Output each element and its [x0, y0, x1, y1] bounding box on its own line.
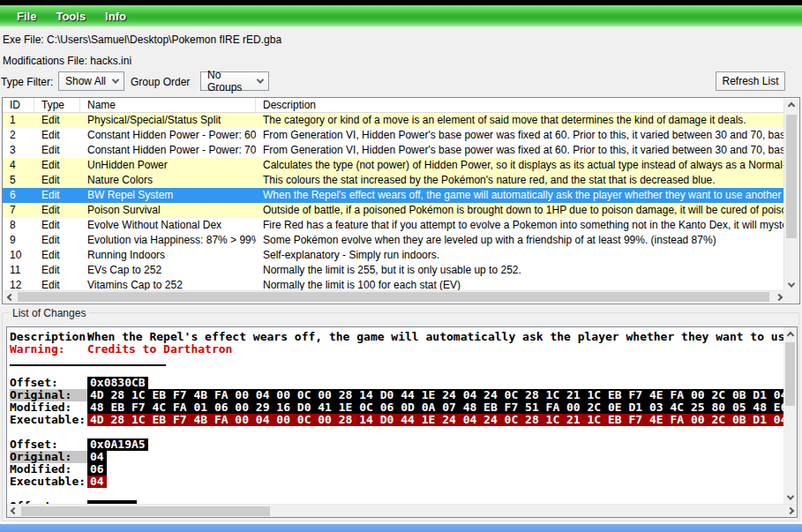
modified-label: Modified:: [10, 463, 87, 476]
offset-label: Offset:: [10, 438, 87, 451]
scrollbar-thumb[interactable]: [785, 342, 795, 406]
refresh-list-button[interactable]: Refresh List: [716, 71, 785, 91]
table-vertical-scrollbar[interactable]: [783, 99, 798, 291]
mods-file-label: Modifications File: hacks.ini: [3, 55, 131, 67]
table-row[interactable]: 11 Edit EVs Cap to 252 Normally the limi…: [3, 263, 784, 278]
menu-item[interactable]: Tools: [46, 8, 95, 25]
scroll-down-icon[interactable]: [784, 278, 798, 291]
table-horizontal-scrollbar[interactable]: [4, 290, 785, 303]
scrollbar-thumb[interactable]: [786, 115, 797, 238]
scrollbar-thumb[interactable]: [18, 292, 769, 302]
scroll-down-icon[interactable]: [783, 491, 797, 504]
cell-description: Some Pokémon evolve when they are levele…: [256, 233, 784, 248]
changes-textarea[interactable]: Description:When the Repel's effect wear…: [6, 326, 798, 518]
exe-file-label: Exe File: C:\Users\Samuel\Desktop\Pokemo…: [3, 34, 281, 46]
list-of-changes-group: List of Changes Description:When the Rep…: [2, 312, 799, 521]
hacks-table-body: ID Type Name Description 1 Edit Physical…: [3, 98, 784, 303]
cell-description: From Generation VI, Hidden Power's base …: [256, 128, 784, 143]
offset-value: 0x0A19A5: [87, 438, 148, 451]
offset-label: Offset:: [10, 377, 87, 389]
cell-type: Edit: [34, 218, 80, 233]
table-row[interactable]: 6 Edit BW Repel System When the Repel's …: [3, 188, 784, 203]
cell-description: Fire Red has a feature that if you attem…: [256, 218, 784, 233]
scroll-up-icon[interactable]: [783, 328, 797, 341]
scroll-left-icon[interactable]: [4, 291, 17, 303]
cell-id: 10: [3, 248, 34, 263]
type-filter-label: Type Filter:: [1, 76, 53, 88]
filter-toolbar: Type Filter: Show All Group Order No Gro…: [0, 71, 802, 92]
offset-value: 0x0830CB: [87, 377, 148, 389]
table-row[interactable]: 4 Edit UnHidden Power Calculates the typ…: [3, 158, 784, 173]
col-header-type[interactable]: Type: [34, 98, 80, 112]
cell-type: Edit: [34, 203, 80, 218]
cell-type: Edit: [34, 248, 80, 263]
col-header-name[interactable]: Name: [80, 98, 256, 112]
cell-id: 7: [3, 203, 34, 218]
cell-type: Edit: [34, 113, 80, 128]
description-label: Description:: [10, 331, 87, 343]
cell-description: Outside of battle, if a poisoned Pokémon…: [256, 203, 784, 218]
description-line: Description:When the Repel's effect wear…: [10, 331, 784, 343]
cell-type: Edit: [34, 173, 80, 188]
cell-description: Calculates the type (not power) of Hidde…: [256, 158, 784, 173]
cell-description: When the Repel's effect wears off, the g…: [256, 188, 784, 203]
table-row[interactable]: 5 Edit Nature Colors This colours the st…: [3, 173, 784, 188]
col-header-description[interactable]: Description: [256, 98, 784, 112]
chevron-down-icon: [257, 76, 264, 83]
modified-bytes: 06: [87, 463, 107, 476]
cell-id: 11: [3, 263, 34, 278]
cell-description: This colours the stat increased by the P…: [256, 173, 784, 188]
cell-id: 5: [3, 173, 34, 188]
scrollbar-thumb[interactable]: [21, 506, 270, 516]
offset-line: Offset:0x0830CB: [10, 377, 784, 389]
cell-id: 1: [3, 113, 34, 128]
modified-bytes: 48 EB F7 4C FA 01 06 00 29 16 D0 41 1E 0…: [87, 401, 784, 414]
table-row[interactable]: 10 Edit Running Indoors Self-explanatory…: [3, 248, 784, 263]
table-row[interactable]: 2 Edit Constant Hidden Power - Power: 60…: [3, 128, 784, 143]
col-header-id[interactable]: ID: [3, 98, 34, 112]
warning-label: Warning:: [10, 343, 87, 356]
cell-name: UnHidden Power: [80, 158, 256, 173]
table-row[interactable]: 8 Edit Evolve Without National Dex Fire …: [3, 218, 784, 233]
hex-change-section: Offset:0x0830CB Original:4D 28 1C EB F7 …: [10, 377, 784, 426]
menu-item[interactable]: File: [7, 8, 46, 25]
cell-description: Self-explanatory - Simply run indoors.: [256, 248, 784, 263]
table-row[interactable]: 3 Edit Constant Hidden Power - Power: 70…: [3, 143, 784, 158]
changes-horizontal-scrollbar[interactable]: [7, 504, 797, 517]
group-title: List of Changes: [9, 307, 89, 319]
cell-description: From Generation VI, Hidden Power's base …: [256, 143, 784, 158]
window-bottom-border: [0, 524, 802, 532]
cell-type: Edit: [34, 128, 80, 143]
changes-content: Description:When the Repel's effect wear…: [10, 331, 784, 513]
chevron-down-icon: [112, 76, 119, 83]
scroll-left-icon[interactable]: [7, 505, 20, 517]
table-row[interactable]: 1 Edit Physical/Special/Status Split The…: [3, 113, 784, 128]
cell-name: Nature Colors: [80, 173, 256, 188]
original-line: Original:4D 28 1C EB F7 4B FA 00 04 00 0…: [10, 389, 784, 401]
scrollbar-corner: [783, 290, 798, 303]
cell-id: 8: [3, 218, 34, 233]
cell-id: 9: [3, 233, 34, 248]
modified-label: Modified:: [10, 401, 87, 414]
group-order-dropdown[interactable]: No Groups: [200, 71, 269, 91]
cell-id: 2: [3, 128, 34, 143]
cell-name: Evolution via Happiness: 87% > 99%: [80, 233, 256, 248]
table-row[interactable]: 7 Edit Poison Survival Outside of battle…: [3, 203, 784, 218]
cell-name: Constant Hidden Power - Power: 70: [80, 143, 256, 158]
menu-item[interactable]: Info: [95, 8, 136, 25]
cell-description: Normally the limit is 255, but it is onl…: [256, 263, 784, 278]
description-text: When the Repel's effect wears off, the g…: [87, 331, 784, 343]
cell-name: Evolve Without National Dex: [80, 218, 256, 233]
executable-bytes: 04: [87, 476, 107, 488]
type-filter-dropdown[interactable]: Show All: [58, 71, 124, 91]
warning-text: Credits to Darthatron: [87, 343, 232, 356]
table-row[interactable]: 9 Edit Evolution via Happiness: 87% > 99…: [3, 233, 784, 248]
group-order-label: Group Order: [131, 76, 190, 88]
group-order-value: No Groups: [207, 69, 258, 94]
executable-label: Executable:: [10, 414, 87, 426]
scroll-right-icon[interactable]: [783, 505, 797, 517]
cell-name: Physical/Special/Status Split: [80, 113, 256, 128]
cell-type: Edit: [34, 188, 80, 203]
scroll-up-icon[interactable]: [784, 99, 798, 112]
changes-vertical-scrollbar[interactable]: [783, 327, 797, 504]
